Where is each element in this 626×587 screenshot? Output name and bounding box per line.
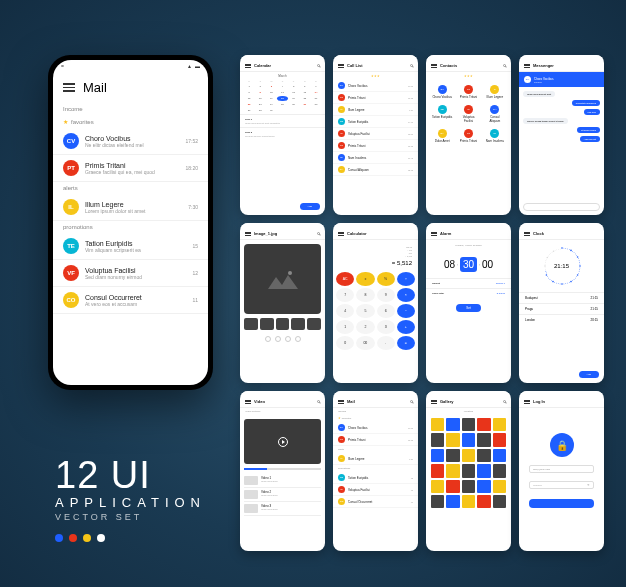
calc-key[interactable]: . — [377, 336, 395, 350]
search-icon[interactable] — [410, 400, 413, 403]
menu-icon[interactable] — [524, 400, 530, 404]
login-button[interactable] — [529, 499, 594, 508]
calc-key[interactable]: 2 — [356, 320, 374, 334]
gallery-item[interactable] — [446, 495, 459, 508]
calendar-day[interactable]: 24 — [266, 102, 276, 107]
calc-key[interactable]: ± — [356, 272, 374, 286]
gallery-item[interactable] — [493, 480, 506, 493]
video-item[interactable]: Video 3Lorem ipsum dolor — [244, 502, 321, 516]
menu-icon[interactable] — [524, 64, 530, 68]
menu-icon[interactable] — [431, 232, 437, 236]
action-icon[interactable] — [265, 336, 271, 342]
mail-item[interactable]: PTPrimis Tritani18:20 — [333, 434, 418, 446]
menu-icon[interactable] — [524, 232, 530, 236]
calendar-day[interactable]: 3 — [266, 84, 276, 89]
gallery-item[interactable] — [446, 449, 459, 462]
search-icon[interactable] — [317, 400, 320, 403]
video-item[interactable]: Video 2Lorem ipsum dolor — [244, 488, 321, 502]
mail-item[interactable]: COConsul OccurreretAt vero eos et accusa… — [53, 287, 208, 314]
calendar-day[interactable]: 26 — [289, 102, 299, 107]
calendar-day[interactable]: 31 — [266, 108, 276, 113]
calc-key[interactable]: 6 — [377, 304, 395, 318]
calc-key[interactable]: 5 — [356, 304, 374, 318]
calc-key[interactable]: 7 — [336, 288, 354, 302]
add-button[interactable]: Add — [579, 371, 599, 378]
gallery-item[interactable] — [446, 433, 459, 446]
thumbnail[interactable] — [260, 318, 274, 330]
calendar-day[interactable]: 22 — [244, 102, 254, 107]
call-item[interactable]: CVChoro Vocibus17:52 — [333, 80, 418, 92]
calendar-day[interactable]: 5 — [289, 84, 299, 89]
timezone-row[interactable]: London20:15 — [519, 314, 604, 325]
video-player[interactable] — [244, 419, 321, 464]
calc-key[interactable]: − — [397, 304, 415, 318]
gallery-item[interactable] — [431, 433, 444, 446]
menu-icon[interactable] — [245, 232, 251, 236]
gallery-item[interactable] — [462, 418, 475, 431]
call-item[interactable]: NINam Insolens11:45 — [333, 152, 418, 164]
thumbnail[interactable] — [244, 318, 258, 330]
menu-icon[interactable] — [63, 83, 75, 92]
gallery-item[interactable] — [431, 418, 444, 431]
calendar-day[interactable]: 16 — [255, 96, 265, 101]
menu-icon[interactable] — [431, 400, 437, 404]
mail-item[interactable]: VFVoluptua Facilisi12 — [333, 484, 418, 496]
calc-key[interactable]: × — [397, 288, 415, 302]
message-input[interactable] — [523, 203, 600, 211]
menu-icon[interactable] — [245, 400, 251, 404]
action-icon[interactable] — [295, 336, 301, 342]
contact-card[interactable]: ILIllum Legere — [483, 83, 507, 101]
contact-card[interactable]: VFVoluptua Facilisi — [456, 103, 480, 125]
calc-key[interactable]: % — [377, 272, 395, 286]
time-picker[interactable]: 08: 30: 00 — [426, 251, 511, 278]
calendar-day[interactable]: 13 — [300, 90, 310, 95]
call-item[interactable]: PTPrimis Tritani18:20 — [333, 92, 418, 104]
action-icon[interactable] — [275, 336, 281, 342]
calendar-day[interactable]: 17 — [266, 96, 276, 101]
calendar-day[interactable]: 14 — [311, 90, 321, 95]
thumbnail[interactable] — [291, 318, 305, 330]
gallery-item[interactable] — [493, 495, 506, 508]
calendar-day[interactable]: 11 — [277, 90, 287, 95]
menu-icon[interactable] — [338, 232, 344, 236]
gallery-item[interactable] — [431, 464, 444, 477]
calendar-day[interactable]: 29 — [244, 108, 254, 113]
action-icon[interactable] — [285, 336, 291, 342]
mail-item[interactable]: TETation Euripidis15 — [333, 472, 418, 484]
gallery-item[interactable] — [477, 480, 490, 493]
contact-card[interactable]: PTPrimis Tritani — [456, 127, 480, 145]
calc-key[interactable]: = — [397, 336, 415, 350]
task-item[interactable]: Task 1Lorem ipsum dolor sit amet consect… — [240, 114, 325, 127]
gallery-item[interactable] — [446, 464, 459, 477]
gallery-item[interactable] — [462, 495, 475, 508]
menu-icon[interactable] — [338, 64, 344, 68]
menu-icon[interactable] — [338, 400, 344, 404]
gallery-item[interactable] — [477, 418, 490, 431]
mail-item[interactable]: CVChoro Vocibus17:52 — [333, 422, 418, 434]
alarm-setting[interactable]: RepeatSound 1 — [426, 278, 511, 288]
play-icon[interactable] — [278, 437, 288, 447]
calendar-day[interactable]: 15 — [244, 96, 254, 101]
call-item[interactable]: VFVoluptua Facilisi12:08 — [333, 128, 418, 140]
calendar-day[interactable]: 21 — [311, 96, 321, 101]
search-icon[interactable] — [410, 64, 413, 67]
task-item[interactable]: Task 2Sed diam nonumy eirmod tempor — [240, 127, 325, 140]
calc-key[interactable]: 8 — [356, 288, 374, 302]
gallery-item[interactable] — [477, 433, 490, 446]
menu-icon[interactable] — [245, 64, 251, 68]
gallery-item[interactable] — [493, 418, 506, 431]
calendar-day[interactable]: 1 — [244, 84, 254, 89]
contact-card[interactable]: NINam Insolens — [483, 127, 507, 145]
contact-card[interactable]: DADolor Amet — [430, 127, 454, 145]
email-field[interactable]: mail@mail.com — [529, 465, 594, 473]
password-field[interactable]: ••••••••••👁 — [529, 481, 594, 489]
thumbnail[interactable] — [307, 318, 321, 330]
gallery-item[interactable] — [462, 433, 475, 446]
calc-key[interactable]: AC — [336, 272, 354, 286]
alarm-setting[interactable]: Sleep after5 hours — [426, 288, 511, 298]
calendar-day[interactable]: 19 — [289, 96, 299, 101]
calc-key[interactable]: + — [397, 320, 415, 334]
calendar-day[interactable]: 12 — [289, 90, 299, 95]
contact-card[interactable]: TETation Euripidis — [430, 103, 454, 125]
call-item[interactable]: PTPrimis Tritani18:20 — [333, 140, 418, 152]
